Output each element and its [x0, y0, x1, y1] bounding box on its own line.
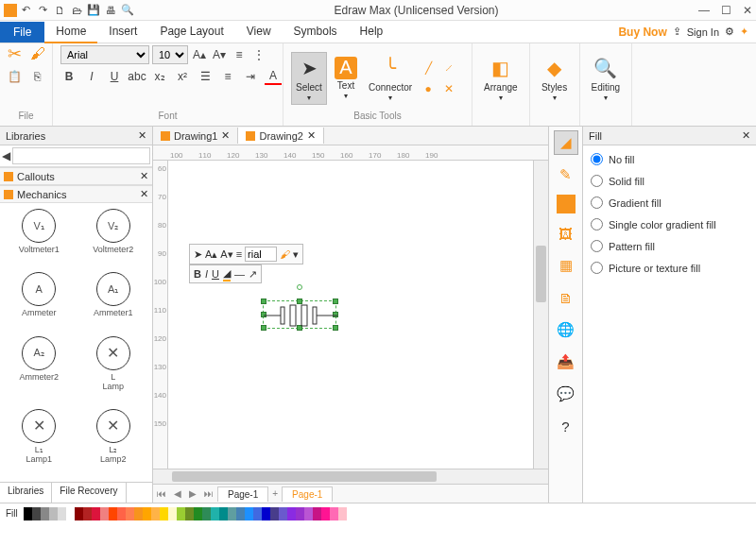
- arc-tool-icon[interactable]: ⟋: [440, 60, 457, 77]
- swatch[interactable]: [219, 507, 228, 520]
- close-fill-panel-icon[interactable]: ✕: [742, 129, 750, 142]
- clipboard-icon[interactable]: ⎘: [29, 68, 46, 85]
- doctab-drawing1[interactable]: Drawing1✕: [153, 128, 238, 144]
- close-button[interactable]: ✕: [743, 4, 752, 17]
- app-icon[interactable]: ✦: [740, 26, 748, 38]
- swatch[interactable]: [49, 507, 58, 520]
- bullets-icon[interactable]: ☰: [197, 68, 214, 85]
- swatch[interactable]: [100, 507, 109, 520]
- swatch[interactable]: [134, 507, 143, 520]
- tab-help[interactable]: Help: [349, 21, 395, 43]
- tab-view[interactable]: View: [235, 21, 283, 43]
- bold-icon[interactable]: B: [60, 68, 77, 85]
- swatch[interactable]: [279, 507, 287, 520]
- circle-tool-icon[interactable]: ●: [420, 80, 437, 97]
- italic-icon[interactable]: I: [83, 68, 100, 85]
- swatch[interactable]: [185, 507, 194, 520]
- format-painter-icon[interactable]: 🖌: [29, 45, 46, 62]
- spacing-icon[interactable]: ⋮: [250, 46, 267, 63]
- swatch[interactable]: [296, 507, 304, 520]
- indent-icon[interactable]: ⇥: [242, 68, 259, 85]
- text-tool[interactable]: AText▾: [331, 55, 361, 102]
- subscript-icon[interactable]: x₂: [151, 68, 168, 85]
- swatch[interactable]: [262, 507, 270, 520]
- tab-insert[interactable]: Insert: [97, 21, 148, 43]
- fill-opt-single-gradient[interactable]: Single color gradient fill: [591, 218, 748, 230]
- mini-line-icon[interactable]: —: [234, 268, 245, 280]
- line-style-icon[interactable]: ✎: [554, 162, 578, 187]
- file-recovery-tab[interactable]: File Recovery: [52, 483, 126, 503]
- swatch[interactable]: [126, 507, 134, 520]
- hyperlink-icon[interactable]: 🌐: [554, 317, 578, 342]
- numbering-icon[interactable]: ≡: [219, 68, 236, 85]
- swatch[interactable]: [177, 507, 185, 520]
- swatch[interactable]: [321, 507, 330, 520]
- swatch[interactable]: [313, 507, 321, 520]
- font-dec-icon[interactable]: A▾: [220, 248, 232, 261]
- add-page-icon[interactable]: +: [268, 488, 282, 499]
- fill-opt-none[interactable]: No fill: [591, 153, 748, 165]
- rotate-handle[interactable]: [297, 284, 302, 290]
- fill-opt-solid[interactable]: Solid fill: [591, 175, 748, 187]
- shape-voltmeter2[interactable]: V₂Voltmeter2: [78, 207, 149, 268]
- swatch[interactable]: [117, 507, 126, 520]
- fill-opt-pattern[interactable]: Pattern fill: [591, 240, 748, 252]
- swatch[interactable]: [236, 507, 245, 520]
- fill-opt-gradient[interactable]: Gradient fill: [591, 196, 748, 209]
- library-search-input[interactable]: [12, 147, 150, 164]
- connector-tool[interactable]: ╰Connector▾: [365, 53, 416, 104]
- shape-lamp2[interactable]: L₂Lamp2: [78, 407, 149, 478]
- buy-now-link[interactable]: Buy Now: [618, 26, 666, 39]
- picture-icon[interactable]: 🖼: [554, 221, 578, 246]
- fill-opt-picture[interactable]: Picture or texture fill: [591, 262, 748, 274]
- close-panel-icon[interactable]: ✕: [138, 129, 146, 142]
- page-next-icon[interactable]: ▶: [185, 488, 200, 499]
- new-icon[interactable]: 🗋: [53, 4, 66, 17]
- swatch[interactable]: [58, 507, 66, 520]
- nav-back-icon[interactable]: ◀: [2, 147, 10, 164]
- shape-fill-icon[interactable]: [557, 195, 576, 213]
- print-icon[interactable]: 🖶: [104, 4, 117, 17]
- format-painter-mini-icon[interactable]: 🖌: [280, 248, 290, 260]
- tab-home[interactable]: Home: [44, 21, 97, 43]
- page-prev-icon[interactable]: ◀: [170, 488, 185, 499]
- tab-page-layout[interactable]: Page Layout: [148, 21, 234, 43]
- swatch[interactable]: [160, 507, 168, 520]
- swatch[interactable]: [24, 507, 32, 520]
- shape-voltmeter1[interactable]: V₁Voltmeter1: [4, 207, 75, 268]
- swatch[interactable]: [304, 507, 313, 520]
- swatch[interactable]: [168, 507, 177, 520]
- swatch[interactable]: [41, 507, 49, 520]
- undo-icon[interactable]: ↶: [19, 4, 32, 17]
- shape-ammeter1[interactable]: A₁Ammeter1: [78, 270, 149, 332]
- drawing-canvas[interactable]: ➤ A▴ A▾ ≡ 🖌 ▾ B I U ◢ — ↗: [168, 161, 533, 469]
- callouts-section[interactable]: Callouts✕: [0, 167, 152, 185]
- swatch[interactable]: [211, 507, 219, 520]
- vertical-scrollbar[interactable]: [533, 161, 548, 469]
- font-color-icon[interactable]: A: [265, 68, 282, 85]
- fill-tool-icon[interactable]: ◢: [554, 130, 578, 155]
- decrease-font-icon[interactable]: A▾: [211, 46, 228, 63]
- mini-font-input[interactable]: [245, 247, 277, 262]
- layer-icon[interactable]: ▦: [554, 253, 578, 278]
- page-first-icon[interactable]: ⏮: [153, 488, 170, 499]
- save-icon[interactable]: 💾: [87, 4, 100, 17]
- arrange-button[interactable]: ◧Arrange▾: [480, 53, 522, 104]
- swatch[interactable]: [228, 507, 236, 520]
- shape-ammeter[interactable]: AAmmeter: [4, 270, 75, 332]
- redo-icon[interactable]: ↷: [36, 4, 49, 17]
- mini-bold-icon[interactable]: B: [194, 268, 201, 280]
- maximize-button[interactable]: ☐: [721, 4, 731, 17]
- swatch[interactable]: [109, 507, 117, 520]
- share-icon[interactable]: ⇪: [673, 26, 681, 38]
- superscript-icon[interactable]: x²: [174, 68, 191, 85]
- mini-fill-icon[interactable]: ◢: [223, 267, 231, 282]
- swatch[interactable]: [287, 507, 296, 520]
- underline-icon[interactable]: U: [106, 68, 123, 85]
- swatch[interactable]: [330, 507, 338, 520]
- preview-icon[interactable]: 🔍: [121, 4, 134, 17]
- swatch[interactable]: [245, 507, 253, 520]
- doctab-drawing2[interactable]: Drawing2✕: [238, 128, 323, 144]
- copy-icon[interactable]: 📋: [7, 68, 24, 85]
- mechanics-section[interactable]: Mechanics✕: [0, 185, 152, 203]
